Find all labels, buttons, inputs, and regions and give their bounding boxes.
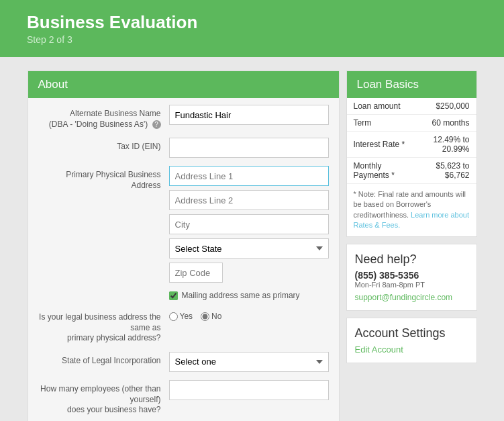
need-help-title: Need help? [355,252,468,267]
employees-row: How many employees (other than yourself)… [38,380,329,416]
account-settings-box: Account Settings Edit Account [346,318,477,363]
incorporation-row: State of Legal Incorporation Select one [38,352,329,372]
legal-address-label: Is your legal business address the same … [38,308,169,344]
loan-table-row: Interest Rate *12.49% to 20.99% [347,132,476,158]
edit-account-link[interactable]: Edit Account [355,344,403,355]
mailing-same-checkbox[interactable] [169,291,178,300]
mailing-same-row: Mailing address same as primary [169,291,329,300]
left-panel: About Alternate Business Name(DBA - 'Doi… [28,71,340,421]
loan-row-value: 12.49% to 20.99% [413,132,476,158]
loan-row-label: Term [347,115,413,132]
legal-address-row: Is your legal business address the same … [38,308,329,344]
loan-note: * Note: Final rate and amounts will be b… [347,183,476,236]
loan-row-value: $250,000 [413,98,476,115]
page-title: Business Evaluation [27,12,477,33]
city-input[interactable] [169,214,329,234]
loan-table-row: Monthly Payments *$5,623 to $6,762 [347,158,476,184]
address-input-group: Select State Mailing address same as pri… [169,166,329,300]
loan-row-label: Monthly Payments * [347,158,413,184]
tax-id-label: Tax ID (EIN) [38,138,169,152]
alternate-business-name-help-icon[interactable]: ? [152,120,161,129]
incorporation-label: State of Legal Incorporation [38,352,169,367]
no-radio-label[interactable]: No [201,312,221,321]
right-panel: Loan Basics Loan amount$250,000Term60 mo… [346,71,477,421]
account-settings-title: Account Settings [355,326,468,340]
zip-input[interactable] [169,263,223,283]
loan-table-row: Loan amount$250,000 [347,98,476,115]
tax-id-row: Tax ID (EIN) [38,138,329,158]
mailing-same-label: Mailing address same as primary [182,291,300,300]
legal-address-radio-group: Yes No [169,308,329,321]
loan-row-value: 60 months [413,115,476,132]
employees-label: How many employees (other than yourself)… [38,380,169,416]
address-line2-input[interactable] [169,190,329,210]
about-section-header: About [28,71,339,98]
loan-table-row: Term60 months [347,115,476,132]
header: Business Evaluation Step 2 of 3 [0,0,504,57]
alternate-business-name-label: Alternate Business Name(DBA - 'Doing Bus… [38,105,169,130]
loan-basics-header: Loan Basics [347,71,476,98]
loan-row-label: Loan amount [347,98,413,115]
yes-radio[interactable] [169,312,178,321]
help-email[interactable]: support@fundingcircle.com [355,293,453,302]
help-hours: Mon-Fri 8am-8pm PT [355,281,468,289]
alternate-business-name-input-group [169,105,329,125]
yes-radio-label[interactable]: Yes [169,312,193,321]
alternate-business-name-row: Alternate Business Name(DBA - 'Doing Bus… [38,105,329,130]
incorporation-input-group: Select one [169,352,329,372]
loan-table: Loan amount$250,000Term60 monthsInterest… [347,98,476,183]
address-label: Primary Physical Business Address [38,166,169,191]
help-phone: (855) 385-5356 [355,270,468,281]
tax-id-input[interactable] [169,138,329,158]
alternate-business-name-input[interactable] [169,105,329,125]
no-radio[interactable] [201,312,209,321]
address-row: Primary Physical Business Address Select… [38,166,329,300]
tax-id-input-group [169,138,329,158]
address-line1-input[interactable] [169,166,329,186]
incorporation-select[interactable]: Select one [169,352,329,372]
employees-input[interactable] [169,380,329,400]
loan-row-value: $5,623 to $6,762 [413,158,476,184]
zip-row [169,263,329,283]
loan-row-label: Interest Rate * [347,132,413,158]
need-help-box: Need help? (855) 385-5356 Mon-Fri 8am-8p… [346,244,477,311]
employees-input-group [169,380,329,400]
loan-basics-box: Loan Basics Loan amount$250,000Term60 mo… [346,71,477,237]
step-indicator: Step 2 of 3 [27,34,477,45]
state-select[interactable]: Select State [169,238,329,259]
